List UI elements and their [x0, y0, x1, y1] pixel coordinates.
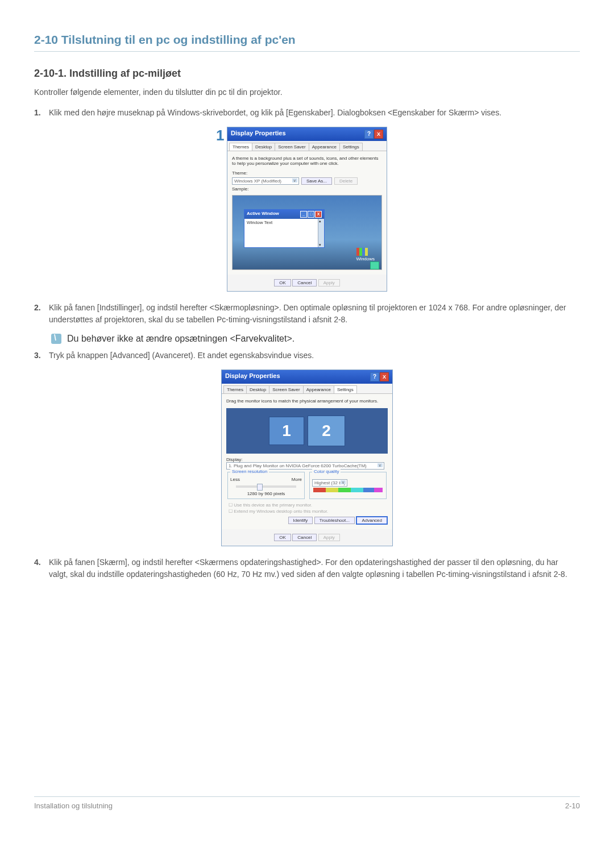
primary-monitor-checkbox: ☐ Use this device as the primary monitor… [229, 502, 385, 508]
theme-label: Theme: [232, 171, 382, 176]
help-icon[interactable]: ? [370, 372, 379, 381]
cancel-button[interactable]: Cancel [292, 534, 317, 541]
resolution-slider[interactable] [236, 485, 296, 488]
delete-button: Delete [334, 177, 358, 185]
figure-2: 2 3 Display Properties?X Themes Desktop … [34, 369, 580, 546]
figure-1: 1 Display Properties?X Themes Desktop Sc… [34, 127, 580, 292]
tab-settings[interactable]: Settings [334, 385, 357, 393]
footer-right: 2-10 [565, 801, 580, 810]
less-label: Less [230, 477, 240, 482]
display-properties-dialog-settings: Display Properties?X Themes Desktop Scre… [221, 369, 393, 546]
advanced-button[interactable]: Advanced [356, 516, 388, 525]
theme-select[interactable]: Windows XP (Modified) [232, 177, 299, 185]
step-num: 4. [34, 556, 49, 568]
troubleshoot-button[interactable]: Troubleshoot... [314, 517, 355, 524]
monitor-2[interactable]: 2 [308, 416, 345, 446]
ok-button[interactable]: OK [274, 279, 291, 286]
step-num: 2. [34, 302, 49, 314]
tabs-row: Themes Desktop Screen Saver Appearance S… [227, 141, 387, 151]
scrollbar [318, 219, 324, 247]
step-text: Klik med den højre museknap på Windows-s… [49, 107, 578, 119]
page-footer: Installation og tilslutning 2-10 [34, 796, 580, 810]
monitor-arrangement[interactable]: 1 2 [226, 408, 388, 454]
resolution-value: 1280 by 960 pixels [230, 491, 302, 496]
screen-resolution-group: Screen resolution LessMore 1280 by 960 p… [227, 472, 305, 499]
step-text: Tryk på knappen [Advanced] (Avanceret). … [49, 350, 578, 362]
step-num: 1. [34, 107, 49, 119]
dialog-title: Display Properties [225, 372, 280, 381]
close-icon[interactable]: X [380, 372, 389, 381]
group-label: Screen resolution [230, 469, 269, 474]
extend-desktop-checkbox: ☐ Extend my Windows desktop onto this mo… [229, 509, 385, 514]
recycle-bin-icon [370, 261, 379, 269]
window-text: Window Text [247, 220, 272, 225]
sample-label: Sample: [232, 186, 382, 192]
dialog-title: Display Properties [231, 130, 286, 139]
divider [34, 51, 580, 52]
settings-desc: Drag the monitor icons to match the phys… [226, 398, 388, 404]
color-bar [313, 488, 383, 492]
tab-themes[interactable]: Themes [223, 385, 247, 393]
step-text: Klik på fanen [Indstillinger], og indsti… [49, 302, 578, 326]
tab-desktop[interactable]: Desktop [246, 385, 269, 393]
close-icon: X [315, 211, 322, 218]
tab-themes[interactable]: Themes [229, 143, 252, 151]
monitor-1[interactable]: 1 [269, 417, 304, 445]
ok-button[interactable]: OK [274, 534, 291, 541]
tab-desktop[interactable]: Desktop [252, 143, 275, 151]
close-icon[interactable]: X [374, 130, 383, 139]
identify-button[interactable]: Identify [288, 517, 313, 524]
tab-settings[interactable]: Settings [339, 143, 363, 151]
theme-desc: A theme is a background plus a set of so… [232, 156, 382, 166]
note-icon [51, 334, 61, 344]
save-as-button[interactable]: Save As... [301, 177, 332, 185]
subsection-title: 2-10-1. Indstilling af pc-miljøet [34, 68, 580, 80]
tab-screensaver[interactable]: Screen Saver [269, 385, 303, 393]
apply-button: Apply [318, 279, 340, 286]
display-properties-dialog-themes: Display Properties?X Themes Desktop Scre… [227, 127, 387, 292]
minimize-icon: _ [300, 211, 307, 218]
tab-appearance[interactable]: Appearance [303, 385, 334, 393]
tab-appearance[interactable]: Appearance [309, 143, 340, 151]
section-title: 2-10 Tilslutning til en pc og indstillin… [34, 33, 580, 47]
footer-left: Installation og tilslutning [34, 801, 113, 810]
intro-text: Kontroller følgende elementer, inden du … [34, 88, 580, 97]
apply-button: Apply [318, 534, 340, 541]
maximize-icon: □ [308, 211, 314, 218]
step-num: 3. [34, 350, 49, 362]
step-text: Klik på fanen [Skærm], og indstil hereft… [49, 556, 578, 580]
more-label: More [292, 477, 302, 482]
active-window-title: Active Window [247, 211, 279, 218]
group-label: Color quality [312, 469, 341, 474]
color-quality-select[interactable]: Highest (32 bit) [312, 479, 347, 487]
help-icon[interactable]: ? [364, 130, 374, 139]
tab-screensaver[interactable]: Screen Saver [275, 143, 309, 151]
windows-logo: Windows [356, 248, 375, 261]
callout-1: 1 [216, 127, 224, 144]
note-text: Du behøver ikke at ændre opsætningen <Fa… [67, 334, 294, 344]
display-label: Display: [226, 457, 388, 462]
sample-preview: Active Window_□X Window Text Windows [232, 195, 382, 270]
color-quality-group: Color quality Highest (32 bit) [309, 472, 387, 499]
cancel-button[interactable]: Cancel [292, 279, 317, 286]
